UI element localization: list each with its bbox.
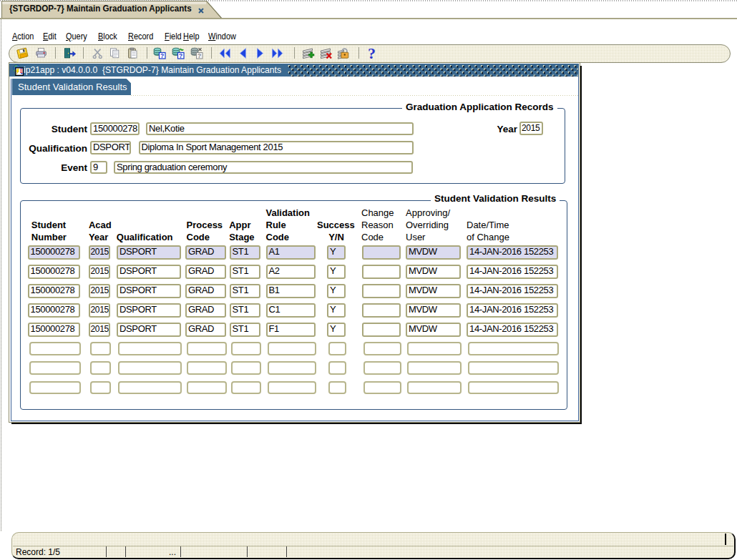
svg-text:?: ?	[197, 52, 201, 59]
svg-text:?: ?	[179, 52, 182, 59]
svg-text:?: ?	[160, 52, 164, 59]
